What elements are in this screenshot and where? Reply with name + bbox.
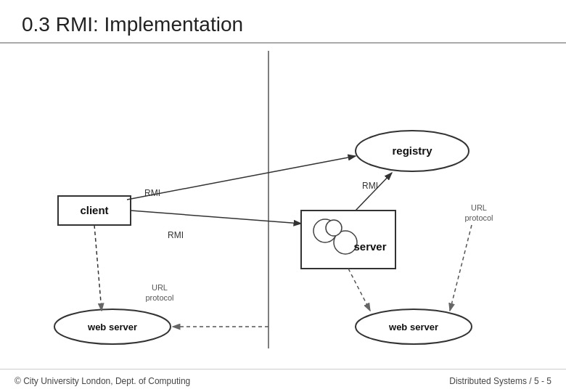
- svg-text:RMI: RMI: [168, 230, 184, 240]
- svg-point-18: [326, 220, 342, 236]
- diagram-area: client web server RMI RMI URL protocol: [0, 44, 566, 356]
- slide-title: 0.3 RMI: Implementation: [22, 13, 243, 36]
- svg-line-9: [131, 211, 301, 224]
- title-area: 0.3 RMI: Implementation: [0, 0, 566, 44]
- svg-text:server: server: [353, 240, 386, 253]
- svg-line-11: [94, 225, 102, 311]
- svg-text:web server: web server: [388, 322, 438, 332]
- svg-text:RMI: RMI: [144, 188, 160, 198]
- footer-right: Distributed Systems / 5 - 5: [449, 376, 551, 386]
- footer: © City University London, Dept. of Compu…: [0, 369, 566, 392]
- svg-text:web server: web server: [87, 322, 137, 332]
- svg-line-27: [348, 269, 370, 311]
- svg-text:URL: URL: [152, 283, 168, 292]
- svg-line-25: [356, 173, 392, 211]
- svg-text:registry: registry: [392, 144, 432, 157]
- svg-text:client: client: [80, 204, 108, 216]
- svg-line-10: [127, 156, 356, 200]
- svg-text:protocol: protocol: [145, 293, 173, 302]
- svg-text:protocol: protocol: [464, 213, 493, 222]
- svg-line-26: [450, 225, 472, 311]
- svg-text:URL: URL: [471, 203, 487, 212]
- footer-left: © City University London, Dept. of Compu…: [15, 376, 190, 386]
- diagram-svg: client web server RMI RMI URL protocol: [0, 44, 566, 356]
- slide-container: 0.3 RMI: Implementation client web serve…: [0, 0, 566, 392]
